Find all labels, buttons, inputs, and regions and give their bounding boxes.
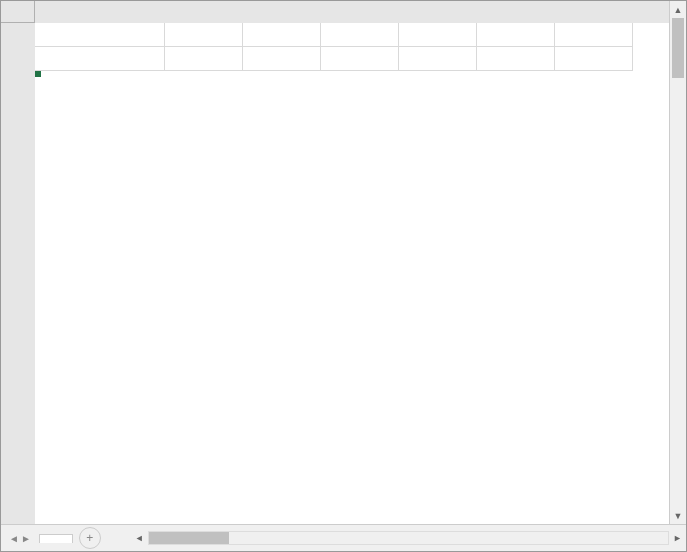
header-row — [35, 23, 669, 47]
grid-area: ▲ ▼ — [1, 1, 686, 524]
cell-E1[interactable] — [399, 23, 477, 47]
tab-nav: ◄ ► — [1, 533, 39, 544]
cell-F1[interactable] — [477, 23, 555, 47]
cell[interactable] — [321, 47, 399, 71]
tab-next-icon[interactable]: ► — [21, 533, 31, 544]
row-headers — [1, 1, 35, 524]
cell[interactable] — [165, 47, 243, 71]
cell-D1[interactable] — [321, 23, 399, 47]
hscroll-track[interactable] — [148, 531, 669, 545]
cell-C1[interactable] — [243, 23, 321, 47]
scroll-up-icon[interactable]: ▲ — [670, 1, 686, 18]
vscroll-thumb[interactable] — [672, 18, 684, 78]
fill-handle[interactable] — [35, 71, 41, 77]
cell-A1[interactable] — [35, 23, 165, 47]
horizontal-scrollbar[interactable]: ◄ ► — [131, 531, 686, 545]
column-headers — [35, 1, 669, 23]
add-sheet-button[interactable]: + — [79, 527, 101, 549]
cell[interactable] — [399, 47, 477, 71]
vertical-scrollbar[interactable]: ▲ ▼ — [669, 1, 686, 524]
scroll-left-icon[interactable]: ◄ — [131, 533, 148, 543]
hscroll-thumb[interactable] — [149, 532, 229, 544]
scroll-down-icon[interactable]: ▼ — [670, 507, 686, 524]
tab-first-icon[interactable]: ◄ — [9, 533, 19, 544]
cell[interactable] — [243, 47, 321, 71]
select-all-corner[interactable] — [1, 1, 35, 23]
empty-row — [35, 47, 669, 71]
cell-B1[interactable] — [165, 23, 243, 47]
sheet-tab[interactable] — [39, 534, 73, 543]
cell[interactable] — [35, 47, 165, 71]
cell[interactable] — [477, 47, 555, 71]
main-grid — [35, 1, 669, 524]
tab-bar: ◄ ► + ◄ ► — [1, 524, 686, 551]
cells-container[interactable] — [35, 23, 669, 71]
cell[interactable] — [555, 47, 633, 71]
scroll-right-icon[interactable]: ► — [669, 533, 686, 543]
cell-G1[interactable] — [555, 23, 633, 47]
spreadsheet: ▲ ▼ ◄ ► + ◄ ► — [0, 0, 687, 552]
vscroll-track[interactable] — [670, 18, 686, 507]
